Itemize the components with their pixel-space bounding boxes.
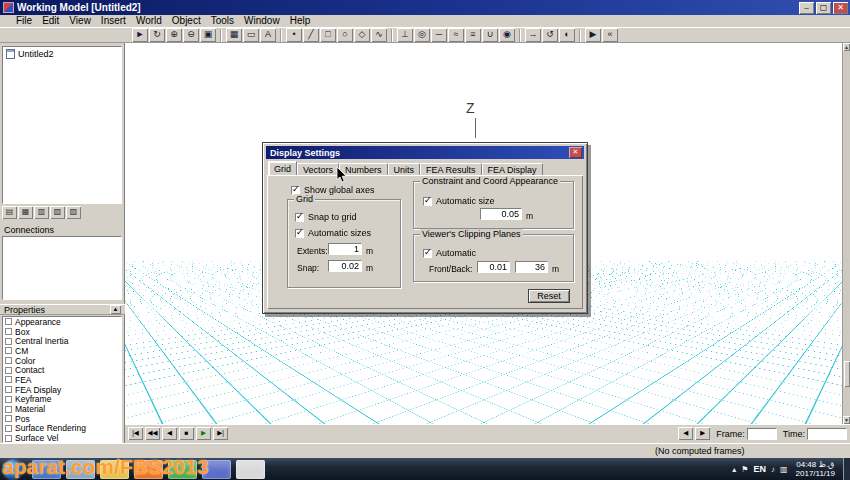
zoom-out-icon[interactable]: ⊖ [183,28,199,42]
property-checkbox[interactable] [5,425,12,432]
property-contact[interactable]: Contact [3,365,121,375]
reset-button[interactable]: Reset [528,289,570,303]
tab-fea-display[interactable]: FEA Display [482,163,543,175]
clock[interactable]: 04:48 ق.ظ 2017/11/19 [793,460,838,478]
step-forward-button[interactable]: ▶| [213,427,228,440]
reset-to-start-button[interactable]: |◀ [128,427,143,440]
back-clip-input[interactable] [515,261,548,273]
dialog-close-button[interactable]: ✕ [569,147,582,158]
browser-shade-tab[interactable]: ▨ [66,206,81,219]
scroll-up-icon[interactable]: ▲ [843,43,850,51]
rope-tool-icon[interactable]: ∪ [482,28,498,42]
property-appearance[interactable]: Appearance [3,317,121,327]
reset-tool-icon[interactable]: « [602,28,618,42]
tab-grid[interactable]: Grid [268,161,297,175]
property-checkbox[interactable] [5,338,12,345]
property-cm[interactable]: CM [3,346,121,356]
pulley-tool-icon[interactable]: ◉ [499,28,515,42]
tree-item-untitled2[interactable]: Untitled2 [3,47,121,59]
extents-input[interactable] [328,243,362,255]
menu-window[interactable]: Window [239,15,285,27]
minimize-button[interactable]: – [799,2,814,14]
frame-forward-button[interactable]: ▶ [695,427,710,440]
property-surface-rendering[interactable]: Surface Rendering [3,424,121,434]
menu-help[interactable]: Help [285,15,316,27]
front-clip-input[interactable] [477,261,510,273]
tab-vectors[interactable]: Vectors [297,163,339,175]
rectangle-tool-icon[interactable]: □ [320,28,336,42]
tab-fea-results[interactable]: FEA Results [420,163,482,175]
show-desktop-button[interactable] [843,458,850,480]
curve-tool-icon[interactable]: ∿ [371,28,387,42]
property-checkbox[interactable] [5,357,12,364]
tray-expand-button[interactable]: ▴ [732,465,736,474]
frame-back-button[interactable]: ◀ [678,427,693,440]
property-color[interactable]: Color [3,356,121,366]
snap-input[interactable] [328,260,362,272]
menu-edit[interactable]: Edit [37,15,64,27]
properties-collapse-button[interactable]: ▲ [110,305,121,314]
point-tool-icon[interactable]: • [286,28,302,42]
text-tool-icon[interactable]: A [260,28,276,42]
tab-units[interactable]: Units [388,163,421,175]
property-checkbox[interactable] [5,406,12,413]
torque-tool-icon[interactable]: ↺ [542,28,558,42]
property-box[interactable]: Box [3,327,121,337]
action-center-icon[interactable]: ⚑ [741,465,748,474]
property-material[interactable]: Material [3,404,121,414]
ruler-icon[interactable]: ▭ [243,28,259,42]
constraint-size-input[interactable] [480,208,522,220]
property-checkbox[interactable] [5,415,12,422]
frame-input[interactable] [747,428,777,440]
clipping-automatic-checkbox[interactable]: Automatic [423,248,476,258]
browser-split-tab[interactable]: ▥ [34,206,49,219]
scrollbar-thumb[interactable] [844,361,850,387]
window-titlebar[interactable]: Working Model [Untitled2] –▢✕ [0,0,850,15]
property-checkbox[interactable] [5,386,12,393]
anchor-tool-icon[interactable]: ⊥ [397,28,413,42]
menu-insert[interactable]: Insert [96,15,131,27]
polygon-tool-icon[interactable]: ◇ [354,28,370,42]
menu-view[interactable]: View [64,15,96,27]
property-checkbox[interactable] [5,396,12,403]
pin-joint-icon[interactable]: ◎ [414,28,430,42]
motor-tool-icon[interactable]: ◐ [559,28,575,42]
spring-tool-icon[interactable]: ≈ [448,28,464,42]
snap-to-grid-checkbox[interactable]: Snap to grid [295,212,357,222]
rewind-button[interactable]: ◀◀ [145,427,160,440]
object-browser[interactable]: Untitled2 [2,46,122,204]
property-checkbox[interactable] [5,367,12,374]
force-tool-icon[interactable]: → [525,28,541,42]
property-checkbox[interactable] [5,347,12,354]
circle-tool-icon[interactable]: ○ [337,28,353,42]
property-checkbox[interactable] [5,318,12,325]
rotate-tool-icon[interactable]: ↻ [149,28,165,42]
volume-icon[interactable]: ♪ [771,465,775,474]
zoom-extents-icon[interactable]: ▣ [200,28,216,42]
browser-outline-tab[interactable]: ▤ [2,206,17,219]
property-checkbox[interactable] [5,376,12,383]
automatic-sizes-checkbox[interactable]: Automatic sizes [295,228,371,238]
maximize-button[interactable]: ▢ [816,2,831,14]
vertical-scrollbar[interactable]: ▲ ▼ [842,43,850,424]
rod-tool-icon[interactable]: ─ [431,28,447,42]
stop-button[interactable]: ■ [179,427,194,440]
select-tool-icon[interactable]: ► [132,28,148,42]
menu-world[interactable]: World [131,15,167,27]
automatic-size-checkbox[interactable]: Automatic size [423,196,495,206]
property-fea[interactable]: FEA [3,375,121,385]
property-checkbox[interactable] [5,328,12,335]
property-fea-display[interactable]: FEA Display [3,385,121,395]
property-central-inertia[interactable]: Central Inertia [3,336,121,346]
scroll-down-icon[interactable]: ▼ [843,416,850,424]
property-pos[interactable]: Pos [3,414,121,424]
property-keyframe[interactable]: Keyframe [3,395,121,405]
property-checkbox[interactable] [5,435,12,442]
browser-grid-tab[interactable]: ▦ [18,206,33,219]
run-button[interactable]: ▶ [196,427,211,440]
connections-list[interactable] [2,236,122,300]
run-tool-icon[interactable]: ▶ [585,28,601,42]
network-icon[interactable]: ▥ [780,465,788,474]
menu-tools[interactable]: Tools [206,15,239,27]
close-button[interactable]: ✕ [833,2,848,14]
